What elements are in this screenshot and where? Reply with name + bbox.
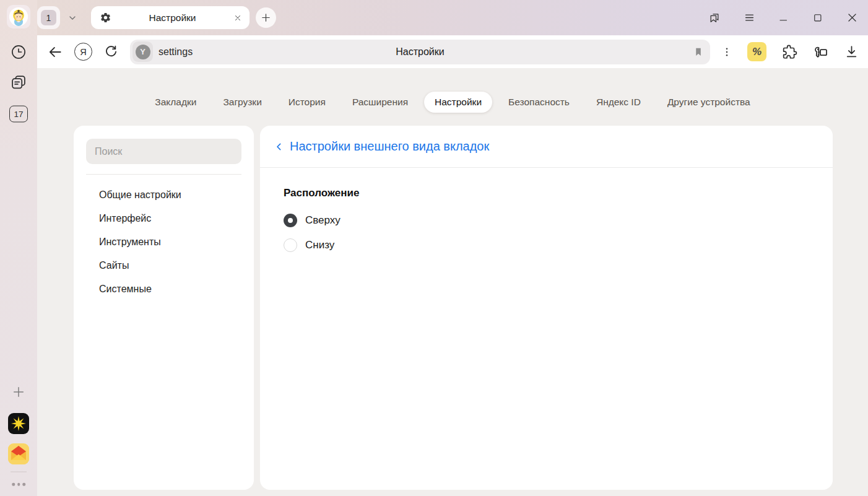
sidebar-item-general[interactable]: Общие настройки [74,183,254,207]
cards-row: Общие настройки Интерфейс Инструменты Са… [74,126,833,490]
mail-app-icon[interactable] [8,443,29,464]
kebab-menu-icon[interactable] [721,46,732,58]
nav-tab-extensions[interactable]: Расширения [342,92,419,113]
back-chevron-icon[interactable] [274,142,284,152]
nav-tab-other-devices[interactable]: Другие устройства [657,92,761,113]
sidebar-item-sites[interactable]: Сайты [74,254,254,277]
browser-toolbar: Я Y settings Настройки % [37,35,868,68]
settings-sidebar-panel: Общие настройки Интерфейс Инструменты Са… [74,126,254,490]
radio-selected-icon[interactable] [284,214,297,227]
tab-close-icon[interactable] [233,14,242,22]
address-bar[interactable]: Y settings Настройки [130,40,710,64]
radio-label: Снизу [305,239,334,251]
yandex-home-button[interactable]: Я [74,43,92,61]
sidebar-item-system[interactable]: Системные [74,277,254,301]
settings-section-menu: Общие настройки Интерфейс Инструменты Са… [74,183,254,301]
calendar-day-badge[interactable]: 17 [9,106,28,123]
browser-left-rail: 17 [0,0,37,496]
nav-tab-settings[interactable]: Настройки [424,92,492,113]
extensions-puzzle-icon[interactable] [781,44,797,60]
content-body: Расположение Сверху Снизу [260,168,833,261]
tab-counter-button[interactable]: 1 [37,6,60,29]
rail-divider [11,472,27,472]
settings-nav-tabs: Закладки Загрузки История Расширения Нас… [37,92,868,113]
downloads-icon[interactable] [844,44,859,59]
nav-tab-security[interactable]: Безопасность [498,92,580,113]
tab-list-chevron-icon[interactable] [64,13,81,23]
address-page-title: Настройки [130,46,710,58]
profile-avatar[interactable] [7,5,30,28]
protect-shield-icon: Y [136,45,150,59]
deals-percent-icon[interactable]: % [747,42,766,61]
settings-page: Закладки Загрузки История Расширения Нас… [37,68,868,496]
window-minimize-icon[interactable] [778,12,789,24]
rail-more-icon[interactable] [12,483,25,486]
tab-counter-value: 1 [41,10,56,25]
radio-label: Сверху [305,214,341,227]
sidebar-item-interface[interactable]: Интерфейс [74,207,254,230]
new-tab-button[interactable] [256,7,276,28]
nav-tab-downloads[interactable]: Загрузки [212,92,272,113]
position-radio-group: Сверху Снизу [284,211,833,255]
history-clock-icon[interactable] [11,44,27,61]
nav-tab-yandex-id[interactable]: Яндекс ID [586,92,651,113]
url-text: settings [158,46,193,58]
collections-icon[interactable] [708,12,721,24]
tab-title: Настройки [111,12,233,24]
active-browser-tab[interactable]: Настройки [91,6,250,29]
yandex-search-app-icon[interactable] [8,413,29,434]
radio-option-top[interactable]: Сверху [284,211,833,230]
settings-search-input[interactable] [95,146,233,157]
content-header[interactable]: Настройки внешнего вида вкладок [260,126,833,167]
settings-content-card: Настройки внешнего вида вкладок Располож… [260,126,833,490]
back-button[interactable] [47,44,63,60]
passwords-key-icon[interactable] [812,43,829,60]
refresh-icon[interactable] [103,44,119,59]
gear-favicon [100,12,111,24]
page-title[interactable]: Настройки внешнего вида вкладок [290,139,489,154]
menu-hamburger-icon[interactable] [744,12,755,24]
notes-stack-icon[interactable] [10,74,27,91]
settings-search-box[interactable] [86,139,241,164]
section-title: Расположение [284,187,833,199]
avatar-girl-icon [9,7,28,27]
panel-divider [86,174,241,175]
tab-strip: 1 Настройки [37,0,868,35]
toolbar-right-icons: % [721,42,859,61]
nav-tab-bookmarks[interactable]: Закладки [144,92,207,113]
sidebar-item-tools[interactable]: Инструменты [74,230,254,254]
radio-unselected-icon[interactable] [284,238,297,252]
rail-add-icon[interactable] [12,385,25,399]
nav-tab-history[interactable]: История [278,92,336,113]
window-maximize-icon[interactable] [812,12,823,24]
window-close-icon[interactable] [846,12,858,24]
protect-badge[interactable]: Y [132,41,153,62]
window-controls [708,12,858,24]
bookmark-flag-icon[interactable] [693,46,704,58]
radio-option-bottom[interactable]: Снизу [284,236,833,255]
